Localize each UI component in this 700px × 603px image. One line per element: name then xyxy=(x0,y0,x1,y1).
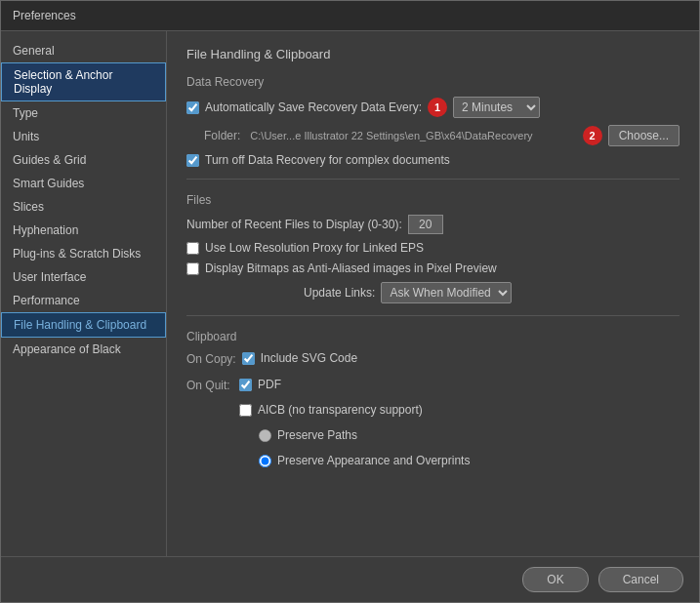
data-recovery-label: Data Recovery xyxy=(186,75,679,89)
files-label: Files xyxy=(186,193,679,207)
divider-2 xyxy=(186,315,679,316)
sidebar-item-units[interactable]: Units xyxy=(1,125,166,148)
on-copy-label: On Copy: xyxy=(186,351,236,366)
badge-2: 2 xyxy=(583,126,602,145)
update-links-select[interactable]: Ask When Modified Automatically Manually xyxy=(381,282,512,303)
preserve-paths-label: Preserve Paths xyxy=(277,428,357,442)
sidebar-item-guides[interactable]: Guides & Grid xyxy=(1,148,166,172)
section-title: File Handling & Clipboard xyxy=(186,47,679,61)
dialog-body: General Selection & Anchor Display Type … xyxy=(1,31,699,556)
cancel-button[interactable]: Cancel xyxy=(598,567,683,592)
low-res-row: Use Low Resolution Proxy for Linked EPS xyxy=(186,241,679,255)
auto-save-label: Automatically Save Recovery Data Every: xyxy=(205,100,422,114)
pdf-row: PDF xyxy=(239,378,470,391)
sidebar-item-slices[interactable]: Slices xyxy=(1,195,166,219)
aicb-row: AICB (no transparency support) xyxy=(239,403,470,417)
on-quit-label: On Quit: xyxy=(186,378,233,392)
dialog-title: Preferences xyxy=(13,9,76,22)
preserve-paths-radio[interactable] xyxy=(259,429,271,442)
low-res-checkbox[interactable] xyxy=(186,242,199,255)
on-copy-options: Include SVG Code xyxy=(242,351,357,372)
update-links-label: Update Links: xyxy=(304,286,375,300)
turn-off-label: Turn off Data Recovery for complex docum… xyxy=(205,153,450,167)
include-svg-checkbox[interactable] xyxy=(242,352,255,365)
recent-files-label: Number of Recent Files to Display (0-30)… xyxy=(186,218,402,231)
recent-files-input[interactable]: 20 xyxy=(408,215,443,234)
preserve-paths-row: Preserve Paths xyxy=(239,428,470,442)
aicb-checkbox[interactable] xyxy=(239,404,252,417)
aicb-label: AICB (no transparency support) xyxy=(258,403,423,417)
display-bitmaps-row: Display Bitmaps as Anti-Aliased images i… xyxy=(186,261,679,275)
ok-button[interactable]: OK xyxy=(522,567,588,592)
on-quit-row: On Quit: PDF AICB (no transparency suppo… xyxy=(186,378,679,474)
main-content: File Handling & Clipboard Data Recovery … xyxy=(167,31,699,556)
include-svg-label: Include SVG Code xyxy=(261,351,357,365)
sidebar-item-user-interface[interactable]: User Interface xyxy=(1,265,166,289)
divider-1 xyxy=(186,179,679,180)
auto-save-row: Automatically Save Recovery Data Every: … xyxy=(186,97,679,118)
sidebar-item-selection[interactable]: Selection & Anchor Display xyxy=(1,62,166,101)
low-res-label: Use Low Resolution Proxy for Linked EPS xyxy=(205,241,424,255)
choose-button[interactable]: Choose... xyxy=(608,125,679,146)
title-bar: Preferences xyxy=(1,1,699,31)
interval-select[interactable]: 2 Minutes 1 Minute 5 Minutes 10 Minutes … xyxy=(453,97,540,118)
sidebar-item-appearance-black[interactable]: Appearance of Black xyxy=(1,338,166,361)
preferences-dialog: Preferences General Selection & Anchor D… xyxy=(0,0,700,603)
include-svg-row: Include SVG Code xyxy=(242,351,357,365)
sidebar-item-hyphenation[interactable]: Hyphenation xyxy=(1,219,166,242)
pdf-checkbox[interactable] xyxy=(239,379,252,391)
sidebar-item-type[interactable]: Type xyxy=(1,101,166,125)
update-links-row: Update Links: Ask When Modified Automati… xyxy=(186,282,679,303)
turn-off-row: Turn off Data Recovery for complex docum… xyxy=(186,153,679,167)
on-quit-options: PDF AICB (no transparency support) Prese… xyxy=(239,378,470,474)
display-bitmaps-checkbox[interactable] xyxy=(186,262,199,275)
on-copy-row: On Copy: Include SVG Code xyxy=(186,351,679,372)
badge-1: 1 xyxy=(428,98,447,117)
sidebar: General Selection & Anchor Display Type … xyxy=(1,31,167,556)
folder-label: Folder: xyxy=(204,129,240,142)
dialog-footer: OK Cancel xyxy=(1,556,699,602)
folder-path: C:\User...e Illustrator 22 Settings\en_G… xyxy=(250,130,576,141)
display-bitmaps-label: Display Bitmaps as Anti-Aliased images i… xyxy=(205,261,497,275)
clipboard-label: Clipboard xyxy=(186,330,679,343)
sidebar-item-general[interactable]: General xyxy=(1,39,166,62)
sidebar-item-plugins[interactable]: Plug-ins & Scratch Disks xyxy=(1,242,166,265)
preserve-appearance-label: Preserve Appearance and Overprints xyxy=(277,454,470,467)
sidebar-item-performance[interactable]: Performance xyxy=(1,289,166,312)
turn-off-checkbox[interactable] xyxy=(186,154,199,167)
sidebar-item-file-handling[interactable]: File Handling & Clipboard xyxy=(1,312,166,338)
recent-files-row: Number of Recent Files to Display (0-30)… xyxy=(186,215,679,234)
auto-save-checkbox[interactable] xyxy=(186,101,199,114)
preserve-appearance-radio[interactable] xyxy=(259,455,271,467)
pdf-label: PDF xyxy=(258,378,281,391)
preserve-appearance-row: Preserve Appearance and Overprints xyxy=(239,454,470,467)
folder-row: Folder: C:\User...e Illustrator 22 Setti… xyxy=(186,125,679,146)
sidebar-item-smart-guides[interactable]: Smart Guides xyxy=(1,172,166,195)
